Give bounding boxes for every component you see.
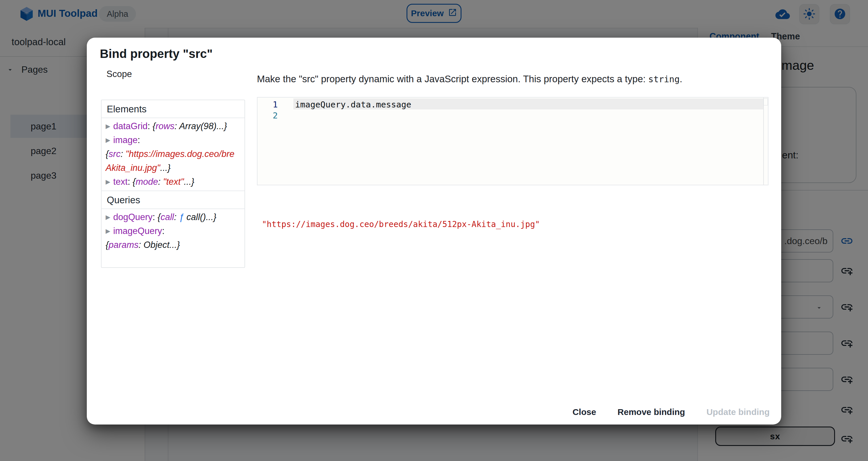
tree-sep: : [128,177,132,187]
tree-ellipsis: ...} [206,212,216,222]
tree-key: dogQuery [113,212,153,222]
bind-property-dialog: Bind property "src" Scope Elements ▶data… [87,38,781,425]
elements-header: Elements [101,100,245,118]
tree-sep: : [158,177,163,187]
triangle-right-icon[interactable]: ▶ [105,123,110,129]
instruction-period: . [680,74,682,84]
tree-sep: : [174,212,179,222]
instruction-type-code: string [648,74,680,84]
tree-subkey: src [108,149,120,159]
tree-sep: : [138,240,144,250]
tree-brace: { [105,240,108,250]
tree-string: Akita_inu.jpg" [105,163,160,173]
tree-brace: { [105,149,108,159]
tree-brace: { [158,212,161,222]
tree-sep: : [162,226,165,236]
tree-ellipsis: ...} [184,177,194,187]
tree-ellipsis: ...} [160,163,171,173]
triangle-right-icon[interactable]: ▶ [105,178,110,185]
tree-subkey: params [108,240,138,250]
close-button[interactable]: Close [571,404,598,420]
editor-code-line[interactable]: imageQuery.data.message [295,99,411,110]
remove-binding-button[interactable]: Remove binding [616,404,687,420]
dialog-title: Bind property "src" [100,47,213,61]
tree-subkey: call [161,212,174,222]
tree-sep: : [138,135,140,145]
tree-row-datagrid[interactable]: ▶dataGrid: {rows: Array(98)...} [105,119,241,133]
function-glyph: ƒ [179,212,184,222]
triangle-right-icon[interactable]: ▶ [105,228,110,234]
tree-row-imagequery[interactable]: ▶imageQuery: {params: Object...} [105,224,241,252]
tree-sep: : [148,121,153,131]
tree-key: dataGrid [113,121,148,131]
tree-subkey: rows [156,121,175,131]
editor-scrollbar[interactable] [763,97,764,185]
tree-sep: : [153,212,157,222]
editor-line-number-2: 2 [257,111,278,120]
expression-code-editor[interactable]: 1 2 imageQuery.data.message [257,97,769,185]
editor-line-number-1: 1 [257,99,278,110]
tree-string: "https://images.dog.ceo/bre [126,149,235,159]
tree-ellipsis: ...} [169,240,180,250]
scope-label: Scope [106,69,132,79]
elements-tree: ▶dataGrid: {rows: Array(98)...} ▶image: … [101,118,245,191]
triangle-right-icon[interactable]: ▶ [105,214,110,220]
expression-result-preview: "https://images.dog.ceo/breeds/akita/512… [262,220,540,229]
tree-value: Object [144,240,169,250]
update-binding-button: Update binding [705,404,771,420]
instruction-text: Make the "src" property dynamic with a J… [257,74,648,84]
tree-ellipsis: ...} [216,121,227,131]
triangle-right-icon[interactable]: ▶ [105,137,110,143]
dialog-instruction: Make the "src" property dynamic with a J… [257,74,691,85]
tree-row-image[interactable]: ▶image: {src: "https://images.dog.ceo/br… [105,133,241,175]
scope-browser: Elements ▶dataGrid: {rows: Array(98)...}… [101,99,245,268]
tree-brace: { [132,177,135,187]
tree-string: "text" [163,177,184,187]
tree-key: text [113,177,128,187]
toolpad-app: MUI Toolpad Alpha Preview [0,0,868,461]
tree-subkey: mode [136,177,158,187]
queries-tree: ▶dogQuery: {call: ƒ call()...} ▶imageQue… [101,209,245,254]
tree-sep: : [121,149,126,159]
dialog-actions: Close Remove binding Update binding [571,404,771,420]
queries-header: Queries [101,191,245,208]
tree-key: image [113,135,137,145]
tree-brace: { [153,121,155,131]
tree-row-text[interactable]: ▶text: {mode: "text"...} [105,175,241,189]
tree-value: call() [184,212,206,222]
tree-row-dogquery[interactable]: ▶dogQuery: {call: ƒ call()...} [105,210,241,224]
tree-value: Array(98) [179,121,216,131]
tree-sep: : [175,121,179,131]
tree-key: imageQuery [113,226,162,236]
editor-overview-ruler [763,98,768,106]
